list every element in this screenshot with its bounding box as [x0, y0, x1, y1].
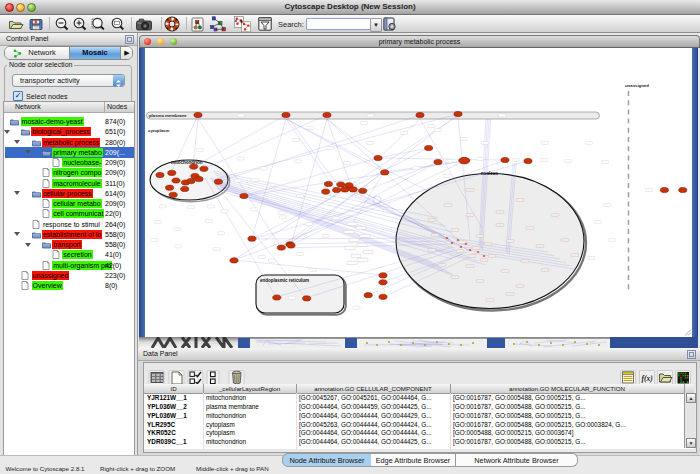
svg-text:····: ····	[461, 138, 464, 140]
svg-text:····: ····	[499, 114, 502, 116]
svg-text:unassigned: unassigned	[625, 83, 649, 88]
svg-text:····: ····	[477, 280, 480, 282]
svg-text:····: ····	[586, 142, 589, 144]
svg-text:····: ····	[413, 167, 416, 169]
svg-text:····: ····	[155, 221, 158, 223]
svg-text:····: ····	[459, 241, 462, 243]
svg-text:plasma membrane: plasma membrane	[149, 113, 187, 118]
svg-text:····: ····	[467, 265, 470, 267]
svg-text:····: ····	[482, 142, 485, 144]
svg-text:····: ····	[354, 306, 357, 308]
svg-text:····: ····	[307, 127, 310, 129]
svg-text:····: ····	[537, 245, 540, 247]
svg-text:····: ····	[333, 217, 336, 219]
svg-text:····: ····	[542, 142, 545, 144]
svg-text:····: ····	[487, 299, 490, 301]
svg-text:····: ····	[297, 253, 300, 255]
svg-text:·····: ·····	[346, 247, 350, 249]
svg-text:····: ····	[214, 248, 217, 250]
svg-text:····: ····	[485, 243, 488, 245]
svg-text:····: ····	[238, 157, 241, 159]
svg-text:····: ····	[197, 149, 200, 151]
svg-text:····: ····	[588, 257, 591, 259]
svg-text:····: ····	[344, 162, 347, 164]
svg-text:····: ····	[541, 159, 544, 161]
svg-text:····: ····	[446, 160, 449, 162]
svg-text:····: ····	[513, 159, 516, 161]
svg-text:····: ····	[457, 250, 460, 252]
svg-text:····: ····	[604, 204, 607, 206]
svg-text:····: ····	[467, 214, 470, 216]
svg-text:····: ····	[477, 235, 480, 237]
svg-text:····: ····	[367, 142, 370, 144]
svg-text:····: ····	[473, 247, 476, 249]
svg-text:····: ····	[175, 228, 178, 230]
svg-text:endoplasmic reticulum: endoplasmic reticulum	[260, 278, 309, 283]
svg-text:····: ····	[517, 285, 520, 287]
svg-text:····: ····	[452, 276, 455, 278]
svg-text:····: ····	[445, 204, 448, 206]
svg-text:····: ····	[552, 214, 555, 216]
svg-text:·····: ·····	[350, 239, 354, 241]
svg-text:····: ····	[252, 179, 255, 181]
svg-text:·····: ·····	[358, 244, 362, 246]
svg-text:····: ····	[401, 132, 404, 134]
svg-text:f(x): f(x)	[642, 374, 654, 383]
svg-text:·····: ·····	[361, 235, 365, 237]
svg-text:····: ····	[295, 160, 298, 162]
svg-text:····: ····	[222, 210, 225, 212]
svg-text:·····: ·····	[364, 251, 368, 253]
svg-text:····: ····	[280, 216, 283, 218]
svg-text:····: ····	[251, 208, 254, 210]
svg-text:····: ····	[481, 259, 484, 261]
svg-text:····: ····	[467, 189, 470, 191]
svg-text:····: ····	[378, 289, 381, 291]
svg-text:····: ····	[469, 255, 472, 257]
svg-text:····: ····	[279, 212, 282, 214]
svg-text:····: ····	[602, 161, 605, 163]
svg-text:····: ····	[361, 122, 364, 124]
svg-text:····: ····	[235, 179, 238, 181]
svg-text:····: ····	[527, 227, 530, 229]
svg-text:····: ····	[429, 249, 432, 251]
svg-text:····: ····	[542, 269, 545, 271]
svg-text:····: ····	[489, 255, 492, 257]
svg-text:····: ····	[289, 297, 292, 299]
svg-text:·····: ·····	[348, 262, 352, 264]
svg-text:····: ····	[175, 245, 178, 247]
svg-text:····: ····	[206, 220, 209, 222]
svg-text:····: ····	[497, 224, 500, 226]
svg-text:····: ····	[572, 254, 575, 256]
svg-text:····: ····	[152, 239, 155, 241]
svg-text:····: ····	[160, 205, 163, 207]
svg-text:····: ····	[595, 221, 598, 223]
svg-text:····: ····	[502, 270, 505, 272]
svg-text:····: ····	[293, 139, 296, 141]
svg-text:····: ····	[497, 211, 500, 213]
svg-text:····: ····	[238, 114, 241, 116]
svg-text:·····: ·····	[359, 259, 363, 261]
svg-text:····: ····	[517, 199, 520, 201]
svg-text:····: ····	[261, 167, 264, 169]
svg-text:····: ····	[432, 234, 435, 236]
svg-text:····: ····	[565, 160, 568, 162]
svg-text:····: ····	[444, 175, 447, 177]
svg-text:····: ····	[310, 269, 313, 271]
svg-text:····: ····	[435, 129, 438, 131]
svg-text:cytoplasm: cytoplasm	[148, 128, 169, 133]
svg-text:····: ····	[208, 205, 211, 207]
svg-text:····: ····	[297, 195, 300, 197]
svg-text:····: ····	[562, 239, 565, 241]
svg-text:·····: ·····	[357, 227, 361, 229]
svg-text:····: ····	[306, 223, 309, 225]
svg-text:····: ····	[507, 293, 510, 295]
svg-text:····: ····	[429, 219, 432, 221]
svg-text:····: ····	[368, 114, 371, 116]
svg-text:····: ····	[522, 260, 525, 262]
svg-text:····: ····	[218, 232, 221, 234]
svg-text:·····: ·····	[345, 231, 349, 233]
svg-text:····: ····	[477, 158, 480, 160]
svg-text:····: ····	[507, 240, 510, 242]
svg-text:····: ····	[188, 206, 191, 208]
svg-text:····: ····	[428, 125, 431, 127]
